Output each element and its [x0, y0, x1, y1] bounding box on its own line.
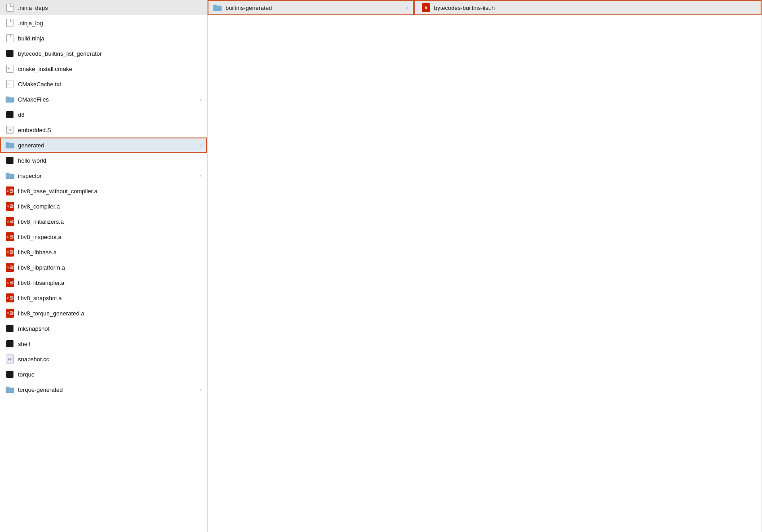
list-item[interactable]: shell: [0, 336, 207, 351]
list-item[interactable]: ⛓ libv8_compiler.a: [0, 199, 207, 214]
file-name-label: libv8_base_without_compiler.a: [18, 188, 202, 195]
svg-text:⛓: ⛓: [7, 205, 9, 208]
archive-icon: ⛓: [6, 309, 14, 318]
file-column-3: hbytecodes-builtins-list.h: [414, 0, 762, 532]
file-name-label: CMakeCache.txt: [18, 81, 202, 88]
list-item[interactable]: torque-generated›: [0, 382, 207, 397]
list-item[interactable]: ⛓ libv8_snapshot.a: [0, 290, 207, 306]
source-cc-icon: cc: [6, 355, 14, 364]
list-item[interactable]: builtins-generated›: [208, 0, 414, 15]
folder-icon: [5, 172, 14, 179]
file-icon: [6, 19, 13, 27]
file-name-label: hello-world: [18, 157, 202, 164]
file-name-label: torque: [18, 371, 202, 378]
file-name-label: torque-generated: [18, 386, 198, 393]
svg-text:⛓: ⛓: [7, 297, 9, 299]
file-name-label: libv8_snapshot.a: [18, 295, 202, 301]
asm-icon: S: [6, 126, 13, 134]
file-name-label: cmake_install.cmake: [18, 66, 202, 72]
list-item[interactable]: ⛓ libv8_libplatform.a: [0, 260, 207, 275]
list-item[interactable]: ⛓ libv8_initializers.a: [0, 214, 207, 229]
archive-icon: ⛓: [6, 263, 14, 272]
folder-icon: [213, 4, 222, 11]
list-item[interactable]: .ninja_deps: [0, 0, 207, 15]
file-name-label: libv8_torque_generated.a: [18, 310, 202, 317]
list-item[interactable]: ccsnapshot.cc: [0, 351, 207, 367]
folder-icon: [5, 96, 14, 103]
file-name-label: shell: [18, 341, 202, 347]
executable-icon: [6, 157, 13, 164]
svg-text:⛓: ⛓: [7, 251, 9, 253]
list-item[interactable]: ⛓ libv8_torque_generated.a: [0, 306, 207, 321]
file-name-label: libv8_libplatform.a: [18, 264, 202, 271]
list-item[interactable]: cmake_install.cmake: [0, 61, 207, 76]
file-name-label: libv8_inspector.a: [18, 234, 202, 240]
list-item[interactable]: build.ninja: [0, 31, 207, 46]
list-item[interactable]: generated›: [0, 137, 207, 153]
archive-icon: ⛓: [6, 232, 14, 241]
list-item[interactable]: torque: [0, 367, 207, 382]
executable-icon: [6, 340, 13, 347]
svg-text:⛓: ⛓: [7, 221, 9, 223]
file-icon: [6, 4, 13, 12]
archive-icon: ⛓: [6, 293, 14, 302]
list-item[interactable]: inspector›: [0, 168, 207, 183]
folder-icon: [5, 386, 14, 393]
file-name-label: builtins-generated: [226, 4, 405, 11]
archive-icon: ⛓: [6, 248, 14, 257]
file-name-label: bytecodes-builtins-list.h: [434, 4, 756, 11]
list-item[interactable]: ⛓ libv8_libsampler.a: [0, 275, 207, 290]
file-name-label: libv8_libbase.a: [18, 249, 202, 256]
list-item[interactable]: hello-world: [0, 153, 207, 168]
file-name-label: libv8_libsampler.a: [18, 279, 202, 286]
list-item[interactable]: CMakeFiles›: [0, 92, 207, 107]
archive-icon: ⛓: [6, 186, 14, 195]
list-item[interactable]: ⛓ libv8_inspector.a: [0, 229, 207, 244]
svg-text:⛓: ⛓: [7, 282, 9, 284]
list-item[interactable]: CMakeCache.txt: [0, 76, 207, 92]
file-name-label: .ninja_log: [18, 20, 202, 27]
file-name-label: d8: [18, 111, 202, 118]
file-icon: [6, 34, 13, 42]
list-item[interactable]: d8: [0, 107, 207, 122]
archive-icon: ⛓: [6, 278, 14, 287]
chevron-right-icon: ›: [200, 173, 202, 178]
file-name-label: inspector: [18, 173, 198, 179]
list-item[interactable]: ⛓ libv8_base_without_compiler.a: [0, 183, 207, 199]
archive-icon: ⛓: [6, 217, 14, 226]
text-icon: [6, 80, 13, 88]
executable-icon: [6, 325, 13, 332]
file-name-label: snapshot.cc: [18, 356, 202, 363]
svg-text:⛓: ⛓: [7, 266, 9, 269]
executable-icon: [6, 371, 13, 378]
executable-icon: [6, 111, 13, 118]
file-name-label: .ninja_deps: [18, 4, 202, 11]
list-item[interactable]: Sembedded.S: [0, 122, 207, 137]
file-column-1: .ninja_deps.ninja_logbuild.ninjabytecode…: [0, 0, 208, 532]
file-name-label: CMakeFiles: [18, 96, 198, 103]
svg-text:⛓: ⛓: [7, 312, 9, 315]
cmake-icon: [6, 65, 13, 73]
header-file-icon: h: [422, 3, 430, 12]
file-name-label: generated: [18, 142, 198, 149]
list-item[interactable]: .ninja_log: [0, 15, 207, 31]
list-item[interactable]: ⛓ libv8_libbase.a: [0, 244, 207, 260]
file-name-label: libv8_compiler.a: [18, 203, 202, 210]
executable-icon: [6, 50, 13, 57]
list-item[interactable]: hbytecodes-builtins-list.h: [414, 0, 762, 15]
list-item[interactable]: bytecode_builtins_list_generator: [0, 46, 207, 61]
file-name-label: bytecode_builtins_list_generator: [18, 50, 202, 57]
chevron-right-icon: ›: [200, 387, 202, 392]
file-name-label: libv8_initializers.a: [18, 218, 202, 225]
svg-text:⛓: ⛓: [7, 236, 9, 238]
svg-text:⛓: ⛓: [7, 190, 9, 192]
folder-icon: [5, 142, 14, 149]
chevron-right-icon: ›: [407, 5, 408, 10]
file-name-label: build.ninja: [18, 35, 202, 42]
archive-icon: ⛓: [6, 202, 14, 211]
file-column-2: builtins-generated›: [208, 0, 414, 532]
file-name-label: mksnapshot: [18, 325, 202, 332]
file-name-label: embedded.S: [18, 127, 202, 133]
list-item[interactable]: mksnapshot: [0, 321, 207, 336]
chevron-right-icon: ›: [200, 142, 202, 148]
